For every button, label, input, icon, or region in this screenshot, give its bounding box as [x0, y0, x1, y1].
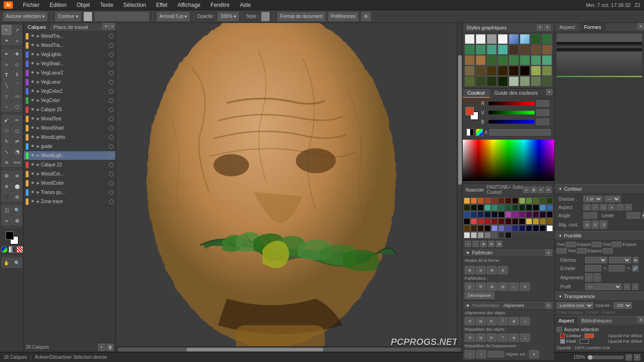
- style-swatch[interactable]: [465, 76, 475, 86]
- layer-item[interactable]: 👁 ▶ WoodTra...: [24, 32, 115, 41]
- pf-minus-front[interactable]: ⊖: [476, 266, 486, 274]
- tiret1-input[interactable]: [566, 242, 576, 247]
- espace2-input[interactable]: [557, 248, 567, 254]
- color-mode-btn[interactable]: [1, 246, 7, 253]
- blend-tool[interactable]: ∞: [1, 215, 12, 226]
- tiret2-input[interactable]: [611, 242, 621, 247]
- zoom-in-btn[interactable]: +: [634, 354, 640, 361]
- dist-v-space[interactable]: ↕: [476, 350, 486, 358]
- layer-expand[interactable]: ▶: [37, 199, 40, 204]
- paintbrush-tool[interactable]: 🖌: [1, 115, 12, 125]
- style-swatch[interactable]: [531, 34, 541, 44]
- layer-item[interactable]: 👁 ▶ WoodColor: [24, 179, 115, 188]
- align-start[interactable]: ←: [585, 273, 592, 282]
- layer-visibility[interactable]: 👁: [30, 43, 35, 48]
- cap-square[interactable]: □: [600, 204, 607, 210]
- style-swatch[interactable]: [476, 55, 486, 65]
- style-swatch[interactable]: [498, 66, 508, 76]
- nuancier-swatch[interactable]: [484, 218, 491, 225]
- layer-visibility[interactable]: 👁: [30, 144, 35, 149]
- nuancier-swatch[interactable]: [471, 198, 477, 204]
- space-value[interactable]: [488, 351, 504, 357]
- layer-target[interactable]: [109, 52, 114, 57]
- pf-intersect[interactable]: ⊗: [487, 266, 497, 274]
- join-miter[interactable]: ∧: [608, 204, 615, 210]
- layer-expand[interactable]: ▶: [37, 144, 40, 148]
- line-tool[interactable]: ╲: [1, 80, 12, 90]
- layer-expand[interactable]: ▶: [37, 126, 40, 130]
- direct-selection-tool[interactable]: ↗: [12, 25, 22, 35]
- nuancier-swatch[interactable]: [505, 204, 512, 211]
- nuancier-menu[interactable]: ≡: [538, 187, 544, 193]
- ellipse-tool[interactable]: ○: [1, 102, 12, 112]
- creer-masque-btn[interactable]: Créer masque: [557, 310, 583, 315]
- layer-expand[interactable]: ▶: [37, 172, 40, 176]
- nuancier-del[interactable]: −: [472, 241, 479, 247]
- aspect-fond-icon[interactable]: [560, 339, 565, 344]
- style-swatch[interactable]: [509, 76, 519, 86]
- blob-brush-tool[interactable]: ⬭: [1, 125, 12, 136]
- aspect-close[interactable]: ✕: [638, 317, 644, 323]
- style-swatch[interactable]: [520, 76, 530, 86]
- layer-visibility[interactable]: 👁: [30, 116, 35, 122]
- hex-value-input[interactable]: [489, 129, 551, 136]
- nuancier-swatch[interactable]: [540, 211, 546, 218]
- layer-target[interactable]: [109, 172, 114, 176]
- fleches-swap[interactable]: ⇄: [633, 257, 638, 263]
- tiret3-input[interactable]: [577, 248, 587, 254]
- layer-item[interactable]: 👁 ▶ Traces gu...: [24, 188, 115, 197]
- dist-right[interactable]: ⫸: [487, 334, 497, 342]
- style-swatch[interactable]: [465, 66, 475, 76]
- nuancier-swatch[interactable]: [484, 232, 491, 238]
- trans-opacite-value[interactable]: 100%: [614, 302, 632, 309]
- pathfinder-close[interactable]: ✕: [545, 249, 552, 256]
- limite-input[interactable]: [627, 212, 640, 219]
- eyedropper-tool[interactable]: 🔍: [12, 205, 22, 215]
- nuancier-swatch[interactable]: [498, 198, 505, 204]
- lasso-tool[interactable]: ⌾: [12, 35, 22, 45]
- nuancier-swatch[interactable]: [526, 211, 532, 218]
- reflect-tool[interactable]: ⇌: [12, 136, 22, 146]
- layer-target[interactable]: [109, 71, 114, 75]
- layer-item[interactable]: 👁 ▶ guide: [24, 142, 115, 151]
- nuancier-swatch[interactable]: [540, 198, 546, 204]
- polygon-tool[interactable]: ⬡: [12, 102, 22, 112]
- layer-item[interactable]: 👁 ▶ Calque 22: [24, 160, 115, 170]
- nuancier-libraries[interactable]: ⊞: [496, 241, 502, 247]
- layer-expand[interactable]: ▶: [37, 62, 40, 66]
- aligner-sur-dropdown[interactable]: ▾: [529, 350, 539, 358]
- width-tool[interactable]: ⟺: [12, 157, 22, 167]
- pf-minus-back[interactable]: ⊖: [520, 283, 530, 291]
- style-swatch[interactable]: [520, 66, 530, 76]
- align-left[interactable]: ⫷: [465, 317, 475, 325]
- echelle-link[interactable]: 🔗: [632, 265, 638, 272]
- nuancier-swatch[interactable]: [526, 204, 532, 211]
- style-swatch[interactable]: [476, 76, 486, 86]
- layer-target[interactable]: [109, 62, 114, 66]
- add-anchor-tool[interactable]: ✚: [12, 49, 22, 59]
- layer-expand[interactable]: ▶: [37, 34, 40, 38]
- nuancier-swatch[interactable]: [519, 211, 525, 218]
- nuancier-swatch[interactable]: [477, 225, 484, 232]
- layer-item[interactable]: 👁 ▶ VegLights: [24, 50, 115, 59]
- nuancier-swatch[interactable]: [471, 218, 477, 225]
- pf-merge[interactable]: ⊞: [487, 283, 497, 291]
- nuancier-swatch[interactable]: [464, 198, 470, 204]
- nuancier-swatch[interactable]: [484, 204, 491, 211]
- preferences-button[interactable]: Préférences: [328, 11, 359, 22]
- layer-expand[interactable]: ▶: [37, 135, 40, 139]
- graisse-dropdown[interactable]: 1 pt2 pt3 pt: [583, 196, 603, 202]
- style-swatch[interactable]: [520, 34, 530, 44]
- nuancier-swatch[interactable]: [464, 225, 470, 232]
- nuancier-swatch[interactable]: [519, 225, 525, 232]
- fill-stroke-squares[interactable]: [6, 232, 18, 244]
- layer-visibility[interactable]: 👁: [30, 70, 35, 76]
- nuancier-swatch[interactable]: [546, 218, 553, 225]
- nuancier-swatch[interactable]: [491, 218, 498, 225]
- nuancier-show-types[interactable]: ⊕: [480, 241, 487, 247]
- profil-dropdown[interactable]: —: [585, 283, 622, 290]
- layer-visibility[interactable]: 👁: [30, 135, 35, 140]
- blending-mode-dropdown[interactable]: Lumière crue: [557, 302, 593, 309]
- layers-panel-menu[interactable]: ≡: [109, 23, 115, 29]
- layer-visibility[interactable]: 👁: [30, 89, 35, 94]
